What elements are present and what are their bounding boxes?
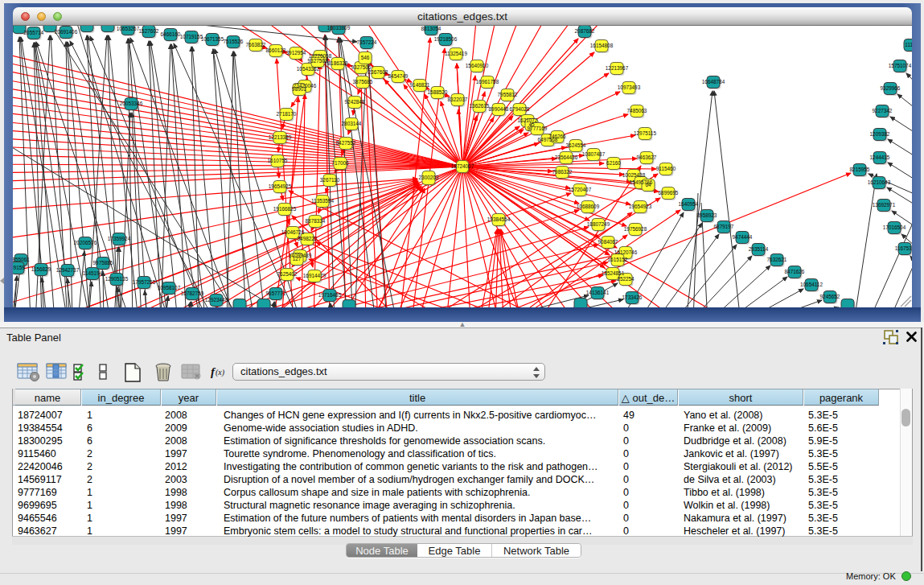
svg-text:1145194: 1145194: [83, 270, 103, 276]
svg-text:9115460: 9115460: [656, 166, 676, 171]
svg-text:10543362: 10543362: [297, 66, 320, 72]
svg-text:15751074: 15751074: [889, 63, 912, 68]
svg-text:6466160: 6466160: [161, 31, 181, 37]
svg-text:16154808: 16154808: [590, 43, 614, 48]
svg-text:9657771: 9657771: [266, 290, 286, 296]
svg-text:8990448: 8990448: [489, 106, 509, 112]
svg-text:18724007: 18724007: [451, 163, 474, 169]
svg-text:7632621: 7632621: [767, 257, 787, 262]
svg-text:9463627: 9463627: [637, 154, 657, 160]
svg-text:1244415: 1244415: [870, 154, 890, 160]
svg-text:7515526: 7515526: [224, 39, 244, 44]
svg-text:7986322: 7986322: [552, 169, 573, 175]
svg-text:16120746: 16120746: [614, 249, 638, 255]
svg-text:19218506: 19218506: [434, 36, 458, 42]
svg-text:3267110: 3267110: [320, 177, 340, 183]
svg-text:8322037: 8322037: [448, 97, 468, 102]
svg-text:19384554: 19384554: [487, 216, 511, 222]
svg-text:1610755: 1610755: [268, 158, 288, 163]
svg-text:252254: 252254: [617, 276, 634, 282]
svg-text:8427552: 8427552: [336, 140, 356, 146]
svg-text:16782759: 16782759: [181, 290, 204, 296]
svg-text:11325419: 11325419: [445, 51, 467, 56]
svg-text:1112: 1112: [905, 42, 912, 47]
svg-text:746266: 746266: [548, 134, 566, 139]
svg-text:3624554: 3624554: [566, 142, 586, 148]
svg-text:13692971: 13692971: [873, 202, 896, 208]
svg-text:10025438: 10025438: [622, 172, 646, 178]
svg-text:2803144: 2803144: [342, 121, 362, 126]
svg-text:9327503: 9327503: [308, 58, 328, 64]
svg-text:8186328: 8186328: [328, 60, 348, 66]
svg-text:10807487: 10807487: [582, 151, 606, 157]
svg-text:64: 64: [645, 182, 651, 187]
svg-text:20053346: 20053346: [120, 101, 143, 106]
svg-text:20206576: 20206576: [74, 240, 97, 245]
svg-text:1362615: 1362615: [470, 103, 490, 109]
svg-text:10719155: 10719155: [180, 34, 203, 39]
svg-text:10973493: 10973493: [618, 84, 641, 90]
svg-text:17016504: 17016504: [883, 225, 906, 230]
svg-text:10958107: 10958107: [158, 285, 181, 290]
svg-text:1156829: 1156829: [31, 266, 51, 272]
svg-text:7955812: 7955812: [498, 92, 518, 97]
svg-text:7625402: 7625402: [277, 271, 298, 277]
svg-text:9777169: 9777169: [528, 126, 548, 131]
svg-text:6794028: 6794028: [510, 106, 530, 112]
svg-text:62160: 62160: [606, 160, 621, 166]
svg-text:3875685: 3875685: [353, 79, 373, 84]
svg-text:6879197: 6879197: [714, 224, 734, 229]
svg-text:23564436: 23564436: [555, 154, 578, 160]
svg-text:9975885: 9975885: [93, 260, 113, 266]
svg-text:20691406: 20691406: [55, 29, 78, 35]
svg-text:9329966: 9329966: [881, 85, 901, 91]
svg-text:546: 546: [361, 55, 370, 60]
svg-text:16961758: 16961758: [476, 79, 499, 84]
svg-text:1209382: 1209382: [870, 131, 890, 137]
svg-text:717006: 717006: [331, 160, 349, 166]
svg-text:2718170: 2718170: [277, 111, 297, 117]
svg-text:10688609: 10688609: [577, 204, 600, 209]
svg-text:855061: 855061: [13, 257, 30, 262]
svg-text:7357224: 7357224: [357, 39, 377, 45]
svg-text:16914479: 16914479: [303, 273, 326, 278]
svg-text:1527602: 1527602: [139, 28, 159, 34]
svg-text:12213967: 12213967: [606, 65, 629, 71]
svg-text:39159: 39159: [13, 265, 25, 270]
svg-text:14136141: 14136141: [586, 290, 610, 295]
svg-text:8878334: 8878334: [306, 218, 326, 224]
svg-text:8471626: 8471626: [785, 269, 805, 274]
svg-text:12942737: 12942737: [56, 267, 80, 273]
svg-text:2087682: 2087682: [575, 28, 595, 34]
svg-text:3912954: 3912954: [286, 50, 306, 56]
svg-text:19654923: 19654923: [629, 204, 652, 209]
svg-text:15640910: 15640910: [466, 63, 489, 68]
svg-text:12905135: 12905135: [105, 276, 129, 282]
svg-text:17359924: 17359924: [108, 236, 131, 241]
svg-text:16648784: 16648784: [702, 79, 725, 84]
svg-text:18524851: 18524851: [602, 270, 625, 276]
svg-text:2367608: 2367608: [368, 69, 388, 75]
svg-text:9474444: 9474444: [733, 234, 753, 240]
svg-text:19756928: 19756928: [624, 226, 647, 232]
svg-text:3498222: 3498222: [298, 236, 318, 241]
svg-text:8454749: 8454749: [388, 73, 409, 79]
svg-text:16210643: 16210643: [868, 179, 891, 185]
svg-text:18807249: 18807249: [587, 221, 610, 227]
svg-text:2935114: 2935114: [749, 246, 769, 252]
svg-text:127: 127: [293, 256, 302, 262]
svg-text:8958923: 8958923: [697, 212, 717, 218]
svg-text:(x): (x): [216, 368, 225, 377]
svg-text:9242848: 9242848: [345, 99, 365, 105]
svg-text:9227342: 9227342: [873, 108, 893, 113]
svg-text:12975115: 12975115: [634, 130, 656, 136]
svg-text:17957255: 17957255: [133, 279, 156, 285]
svg-text:16033809: 16033809: [327, 26, 351, 31]
svg-text:98901: 98901: [292, 86, 306, 92]
svg-text:19716485: 19716485: [318, 292, 342, 298]
svg-text:8660123: 8660123: [266, 47, 286, 53]
svg-text:9084067: 9084067: [598, 239, 618, 245]
svg-text:10654112: 10654112: [800, 282, 823, 287]
svg-text:6899695: 6899695: [659, 190, 679, 196]
svg-text:1588520: 1588520: [428, 89, 448, 95]
